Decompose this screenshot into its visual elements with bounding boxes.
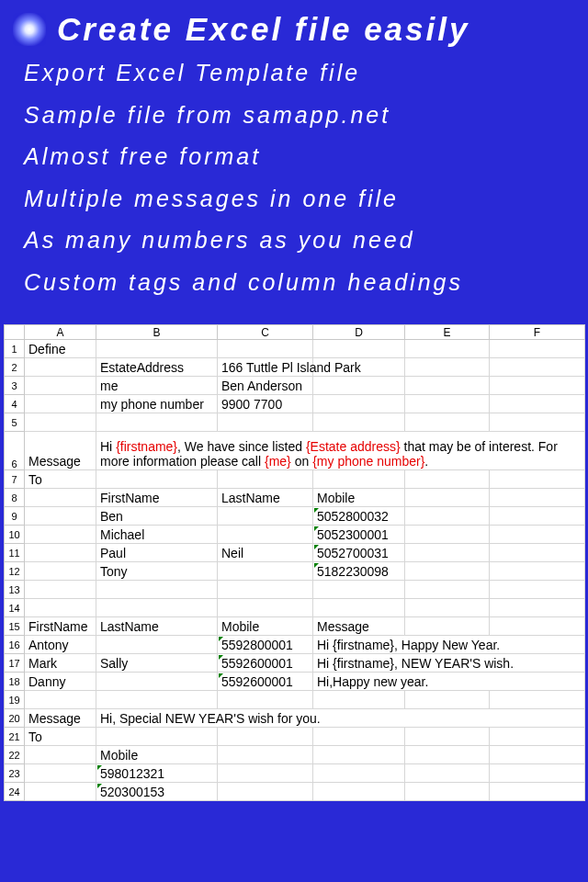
cell[interactable] xyxy=(405,691,490,709)
cell[interactable]: LastName xyxy=(96,617,218,636)
cell[interactable] xyxy=(25,358,96,377)
cell[interactable] xyxy=(96,673,218,691)
cell[interactable] xyxy=(490,507,585,526)
cell[interactable] xyxy=(25,507,96,526)
cell[interactable] xyxy=(96,470,218,489)
cell[interactable] xyxy=(313,340,405,358)
cell[interactable] xyxy=(218,340,313,358)
row-header[interactable]: 8 xyxy=(5,489,25,507)
cell[interactable] xyxy=(25,489,96,507)
cell[interactable] xyxy=(313,395,405,413)
cell[interactable] xyxy=(490,617,585,636)
cell[interactable] xyxy=(405,599,490,617)
row-header[interactable]: 20 xyxy=(5,709,25,728)
cell[interactable] xyxy=(405,728,490,746)
cell[interactable] xyxy=(25,783,96,801)
row-header[interactable]: 10 xyxy=(5,526,25,544)
cell[interactable] xyxy=(405,470,490,489)
cell[interactable]: Hi,Happy new year. xyxy=(313,673,585,691)
cell[interactable]: Danny xyxy=(25,673,96,691)
cell[interactable]: 9900 7700 xyxy=(218,395,313,413)
cell[interactable] xyxy=(25,395,96,413)
row-header[interactable]: 7 xyxy=(5,470,25,489)
row-header[interactable]: 9 xyxy=(5,507,25,526)
cell[interactable] xyxy=(218,783,313,801)
cell[interactable] xyxy=(490,599,585,617)
cell[interactable] xyxy=(490,544,585,562)
cell[interactable]: To xyxy=(25,470,96,489)
cell[interactable]: FirstName xyxy=(96,489,218,507)
row-header[interactable]: 23 xyxy=(5,764,25,783)
cell[interactable]: Mobile xyxy=(218,617,313,636)
cell[interactable] xyxy=(25,562,96,581)
cell[interactable]: EstateAddress xyxy=(96,358,218,377)
cell[interactable] xyxy=(25,599,96,617)
cell[interactable] xyxy=(490,581,585,599)
cell[interactable] xyxy=(25,764,96,783)
cell[interactable]: Define xyxy=(25,340,96,358)
cell[interactable] xyxy=(405,358,490,377)
row-header[interactable]: 22 xyxy=(5,746,25,764)
cell[interactable]: Message xyxy=(25,709,96,728)
row-header[interactable]: 16 xyxy=(5,636,25,654)
cell[interactable]: Paul xyxy=(96,544,218,562)
col-header[interactable]: F xyxy=(490,325,585,340)
cell[interactable] xyxy=(405,413,490,432)
cell[interactable] xyxy=(490,764,585,783)
cell[interactable] xyxy=(405,617,490,636)
cell[interactable]: 520300153 xyxy=(96,783,218,801)
cell[interactable] xyxy=(96,636,218,654)
col-header[interactable]: D xyxy=(313,325,405,340)
cell[interactable]: Michael xyxy=(96,526,218,544)
cell[interactable]: 5592600001 xyxy=(218,654,313,673)
cell[interactable] xyxy=(405,377,490,395)
cell[interactable]: my phone number xyxy=(96,395,218,413)
cell[interactable] xyxy=(313,746,405,764)
cell[interactable]: Mobile xyxy=(96,746,218,764)
cell[interactable]: 5052800032 xyxy=(313,507,405,526)
cell[interactable]: 5052300001 xyxy=(313,526,405,544)
spreadsheet-grid[interactable]: A B C D E F 1 Define 2 EstateAddress166 … xyxy=(4,324,585,801)
col-header[interactable]: B xyxy=(96,325,218,340)
col-header[interactable]: C xyxy=(218,325,313,340)
cell[interactable] xyxy=(218,413,313,432)
cell[interactable] xyxy=(490,413,585,432)
cell[interactable] xyxy=(490,395,585,413)
cell[interactable]: Hi {firstname}, NEW YEAR'S wish. xyxy=(313,654,585,673)
cell[interactable] xyxy=(490,358,585,377)
cell[interactable] xyxy=(96,691,218,709)
cell[interactable] xyxy=(405,581,490,599)
row-header[interactable]: 11 xyxy=(5,544,25,562)
row-header[interactable]: 24 xyxy=(5,783,25,801)
cell[interactable] xyxy=(405,746,490,764)
row-header[interactable]: 14 xyxy=(5,599,25,617)
cell[interactable]: Tony xyxy=(96,562,218,581)
cell[interactable] xyxy=(218,599,313,617)
cell[interactable] xyxy=(96,599,218,617)
cell[interactable]: Sally xyxy=(96,654,218,673)
cell[interactable] xyxy=(218,581,313,599)
column-header-row[interactable]: A B C D E F xyxy=(5,325,585,340)
cell[interactable] xyxy=(218,507,313,526)
cell[interactable] xyxy=(313,470,405,489)
cell[interactable] xyxy=(405,783,490,801)
corner-cell[interactable] xyxy=(5,325,25,340)
cell[interactable] xyxy=(490,489,585,507)
row-header[interactable]: 12 xyxy=(5,562,25,581)
cell[interactable] xyxy=(490,691,585,709)
cell[interactable] xyxy=(218,470,313,489)
cell[interactable] xyxy=(490,783,585,801)
cell[interactable] xyxy=(218,562,313,581)
cell[interactable] xyxy=(25,581,96,599)
cell[interactable] xyxy=(313,728,405,746)
cell[interactable]: Message xyxy=(25,432,96,470)
cell[interactable] xyxy=(218,728,313,746)
row-header[interactable]: 17 xyxy=(5,654,25,673)
row-header[interactable]: 5 xyxy=(5,413,25,432)
cell[interactable] xyxy=(313,599,405,617)
cell[interactable] xyxy=(218,746,313,764)
cell[interactable] xyxy=(405,526,490,544)
cell[interactable] xyxy=(218,691,313,709)
cell[interactable]: me xyxy=(96,377,218,395)
cell[interactable] xyxy=(490,728,585,746)
